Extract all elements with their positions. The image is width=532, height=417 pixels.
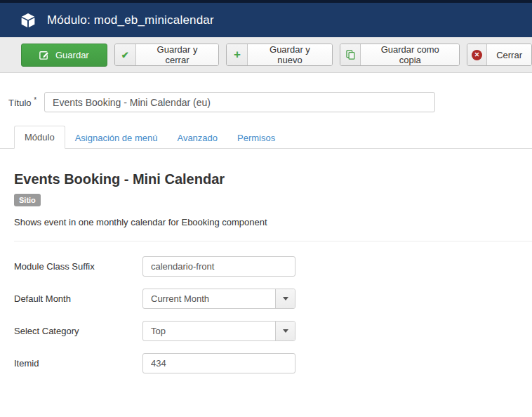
field-row-itemid: Itemid <box>14 352 532 373</box>
save-close-button-label: Guardar y cerrar <box>136 44 219 65</box>
save-new-button[interactable]: + Guardar y nuevo <box>226 44 332 66</box>
toolbar: Guardar ✔ Guardar y cerrar + Guardar y n… <box>0 37 532 73</box>
save-new-button-label: Guardar y nuevo <box>248 44 331 65</box>
field-label: Select Category <box>14 326 142 336</box>
module-class-suffix-input[interactable] <box>142 256 295 277</box>
required-marker: * <box>34 96 36 104</box>
page-title: Módulo: mod_eb_minicalendar <box>47 13 214 27</box>
page-header: Módulo: mod_eb_minicalendar <box>0 3 532 37</box>
field-row-select-category: Select Category Top <box>14 320 532 341</box>
field-label: Default Month <box>14 293 142 304</box>
close-button[interactable]: ✕ Cerrar <box>467 44 532 66</box>
module-fields: Module Class Suffix Default Month Curren… <box>14 256 532 373</box>
select-category-select[interactable]: Top <box>142 321 295 341</box>
save-copy-button-label: Guardar como copia <box>361 44 459 65</box>
default-month-select[interactable]: Current Month <box>142 289 295 309</box>
field-label: Itemid <box>14 358 142 369</box>
save-button[interactable]: Guardar <box>21 44 107 67</box>
divider <box>14 241 532 241</box>
title-input[interactable] <box>44 92 435 112</box>
module-panel: Events Booking - Mini Calendar Sitio Sho… <box>0 171 532 373</box>
close-button-label: Cerrar <box>487 44 531 65</box>
select-category-value: Top <box>143 322 275 340</box>
tab-avanzado[interactable]: Avanzado <box>167 127 227 149</box>
title-field-row: Título * <box>8 92 532 112</box>
save-copy-button[interactable]: Guardar como copia <box>340 44 460 66</box>
module-heading: Events Booking - Mini Calendar <box>14 171 532 187</box>
cube-icon <box>20 13 36 28</box>
tab-bar: Módulo Asignación de menú Avanzado Permi… <box>0 126 532 149</box>
save-button-label: Guardar <box>55 50 89 60</box>
chevron-down-icon[interactable] <box>275 322 295 340</box>
cancel-icon: ✕ <box>467 44 487 65</box>
itemid-input[interactable] <box>142 353 295 373</box>
field-row-default-month: Default Month Current Month <box>14 288 532 309</box>
plus-icon: + <box>227 44 248 65</box>
module-description: Shows event in one monthly calendar for … <box>14 217 532 227</box>
default-month-value: Current Month <box>143 289 275 308</box>
tab-permisos[interactable]: Permisos <box>227 127 285 149</box>
field-label: Module Class Suffix <box>14 261 142 272</box>
title-field-label: Título * <box>8 96 36 108</box>
field-row-module-class-suffix: Module Class Suffix <box>14 256 532 277</box>
save-close-button[interactable]: ✔ Guardar y cerrar <box>114 44 220 66</box>
check-icon: ✔ <box>115 44 136 65</box>
site-badge: Sitio <box>14 194 41 206</box>
tab-modulo[interactable]: Módulo <box>14 126 65 149</box>
edit-square-icon <box>39 50 49 60</box>
copy-icon <box>340 44 361 65</box>
tab-asignacion-de-menu[interactable]: Asignación de menú <box>65 127 168 149</box>
chevron-down-icon[interactable] <box>275 289 295 308</box>
